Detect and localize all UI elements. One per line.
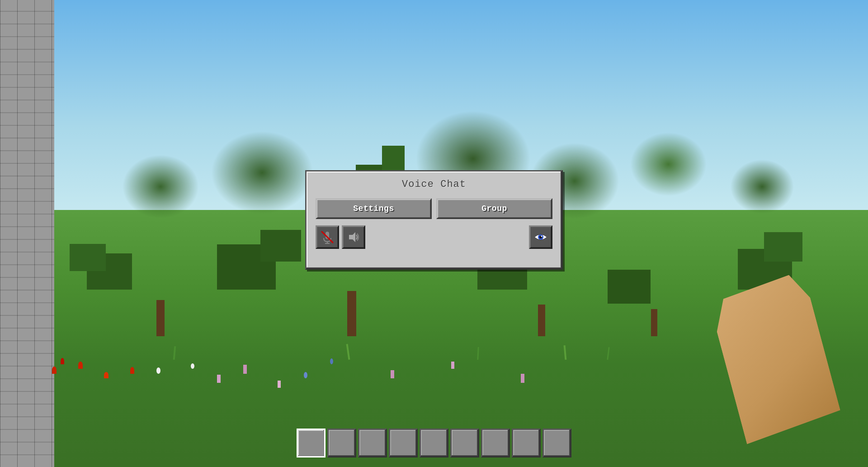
speaker-icon [346,230,361,244]
eye-icon [533,230,548,244]
hotbar-slot-5[interactable] [450,429,479,457]
hotbar-slot-4[interactable] [420,429,448,457]
hotbar-slot-8[interactable] [542,429,571,457]
settings-button[interactable]: Settings [316,198,432,219]
hotbar-slot-3[interactable] [389,429,418,457]
hotbar-slot-1[interactable] [327,429,356,457]
dialog-title: Voice Chat [316,179,552,190]
speaker-button[interactable] [342,225,365,249]
hotbar [297,429,571,457]
group-button[interactable]: Group [436,198,552,219]
hotbar-slot-2[interactable] [358,429,387,457]
hotbar-slot-6[interactable] [481,429,510,457]
icons-row [316,225,552,249]
main-buttons-row: Settings Group [316,198,552,219]
dialog-overlay: Voice Chat Settings Group [0,0,868,467]
visibility-button[interactable] [529,225,552,249]
voice-chat-dialog: Voice Chat Settings Group [305,170,563,270]
svg-point-7 [541,236,542,237]
mic-muted-icon [320,230,335,244]
svg-marker-4 [349,232,355,242]
hotbar-slot-0[interactable] [297,429,326,457]
hotbar-slot-7[interactable] [512,429,541,457]
mic-mute-button[interactable] [316,225,339,249]
